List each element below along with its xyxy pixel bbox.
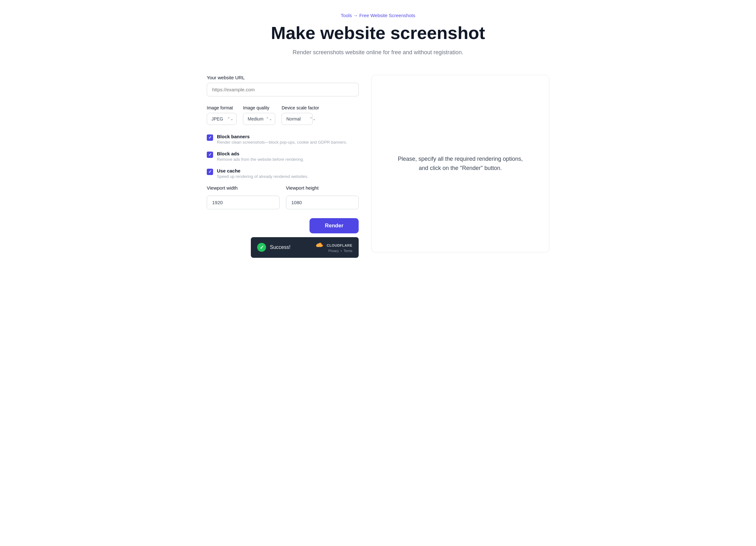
viewport-width-label: Viewport width: [207, 185, 280, 191]
block-banners-row: Block banners Render clean screenshots—b…: [207, 134, 359, 145]
breadcrumb-current-link[interactable]: Free Website Screenshots: [359, 13, 415, 18]
block-ads-text: Block ads Remove ads from the website be…: [217, 151, 359, 162]
block-ads-desc: Remove ads from the website before rende…: [217, 157, 359, 162]
page-subtitle: Render screenshots website online for fr…: [207, 49, 549, 56]
use-cache-title: Use cache: [217, 168, 359, 173]
viewport-height-input[interactable]: [286, 196, 359, 209]
block-ads-title: Block ads: [217, 151, 359, 156]
format-select[interactable]: JPEG PNG WEBP: [207, 113, 237, 125]
captcha-right: CLOUDFLARE Privacy • Terms: [315, 242, 352, 253]
block-banners-text: Block banners Render clean screenshots—b…: [217, 134, 359, 145]
quality-option-group: Image quality Low Medium High ⌃⌄: [243, 105, 275, 125]
captcha-dot: •: [341, 249, 342, 253]
captcha-check-icon: ✓: [257, 243, 266, 252]
left-panel: Your website URL Image format JPEG PNG W…: [207, 75, 359, 258]
viewport-width-input[interactable]: [207, 196, 280, 209]
captcha-links: Privacy • Terms: [328, 249, 352, 253]
render-button[interactable]: Render: [310, 218, 359, 233]
quality-label: Image quality: [243, 105, 275, 110]
main-content: Your website URL Image format JPEG PNG W…: [207, 75, 549, 258]
url-form-group: Your website URL: [207, 75, 359, 96]
cloudflare-text: CLOUDFLARE: [327, 244, 352, 247]
cloudflare-cloud-icon: [315, 242, 325, 249]
use-cache-text: Use cache Speed up rendering of already …: [217, 168, 359, 179]
render-section: Render ✓ Success! CLOUDFLARE: [207, 218, 359, 258]
breadcrumb-tools-link[interactable]: Tools: [341, 13, 352, 18]
captcha-success-text: Success!: [270, 244, 290, 250]
scale-select-wrapper: Normal 2x 3x ⌃⌄: [282, 113, 319, 125]
block-ads-checkbox-wrapper[interactable]: [207, 152, 213, 158]
scale-select[interactable]: Normal 2x 3x: [282, 113, 313, 125]
captcha-left: ✓ Success!: [257, 243, 290, 252]
right-panel-placeholder-text: Please, specify all the required renderi…: [398, 154, 523, 173]
viewport-width-group: Viewport width: [207, 185, 280, 209]
right-panel: Please, specify all the required renderi…: [371, 75, 549, 252]
captcha-terms-link[interactable]: Terms: [344, 249, 352, 253]
options-row: Image format JPEG PNG WEBP ⌃⌄ Image qual…: [207, 105, 359, 125]
captcha-privacy-link[interactable]: Privacy: [328, 249, 339, 253]
breadcrumb: Tools → Free Website Screenshots: [207, 13, 549, 18]
cloudflare-logo: CLOUDFLARE: [315, 242, 352, 249]
format-option-group: Image format JPEG PNG WEBP ⌃⌄: [207, 105, 237, 125]
url-label: Your website URL: [207, 75, 359, 80]
block-banners-desc: Render clean screenshots—block pop-ups, …: [217, 140, 359, 145]
scale-option-group: Device scale factor Normal 2x 3x ⌃⌄: [282, 105, 319, 125]
use-cache-row: Use cache Speed up rendering of already …: [207, 168, 359, 179]
scale-label: Device scale factor: [282, 105, 319, 110]
quality-select[interactable]: Low Medium High: [243, 113, 275, 125]
page-header: Tools → Free Website Screenshots Make we…: [207, 13, 549, 56]
captcha-widget: ✓ Success! CLOUDFLARE Privacy: [251, 237, 359, 258]
block-banners-title: Block banners: [217, 134, 359, 139]
use-cache-checkbox-wrapper[interactable]: [207, 169, 213, 175]
block-ads-row: Block ads Remove ads from the website be…: [207, 151, 359, 162]
url-input[interactable]: [207, 83, 359, 96]
viewport-height-label: Viewport height: [286, 185, 359, 191]
quality-select-wrapper: Low Medium High ⌃⌄: [243, 113, 275, 125]
page-title: Make website screenshot: [207, 23, 549, 43]
use-cache-desc: Speed up rendering of already rendered w…: [217, 174, 359, 179]
format-label: Image format: [207, 105, 237, 110]
checkbox-group: Block banners Render clean screenshots—b…: [207, 134, 359, 179]
block-banners-checkbox-wrapper[interactable]: [207, 134, 213, 141]
viewport-row: Viewport width Viewport height: [207, 185, 359, 209]
format-select-wrapper: JPEG PNG WEBP ⌃⌄: [207, 113, 237, 125]
viewport-height-group: Viewport height: [286, 185, 359, 209]
